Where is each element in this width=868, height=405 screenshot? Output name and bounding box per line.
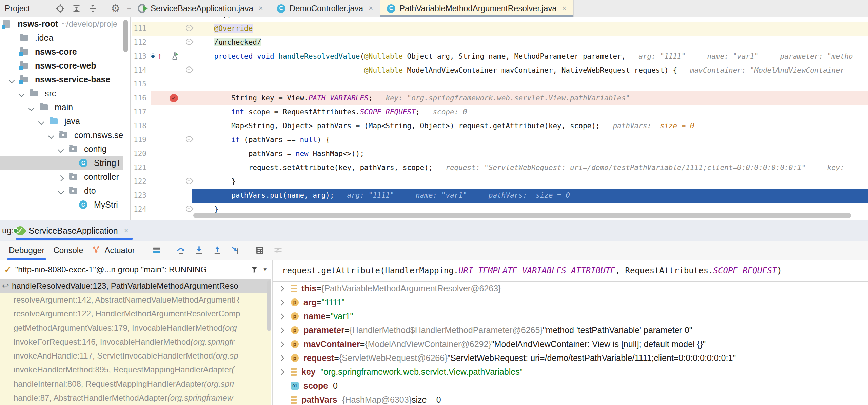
tree-chevron-icon[interactable] xyxy=(58,188,64,194)
variable-row-parameter[interactable]: pparameter = {HandlerMethod$HandlerMetho… xyxy=(273,323,868,337)
settings-icon[interactable]: ⚙ xyxy=(111,3,121,14)
tree-row-nsws-service-base[interactable]: nsws-service-base xyxy=(0,73,130,86)
frame-row[interactable]: getMethodArgumentValues:179, InvocableHa… xyxy=(0,321,271,335)
editor-line-112[interactable]: 112 /unchecked/ xyxy=(132,36,868,50)
expand-chevron-icon[interactable] xyxy=(279,355,284,361)
editor-line-118[interactable]: 118 Map<String, Object> pathVars = (Map<… xyxy=(132,119,868,133)
tab-actuator[interactable]: Actuator xyxy=(92,241,135,260)
editor-line-113[interactable]: 113↑ protected void handleResolvedValue(… xyxy=(132,50,868,63)
tree-row-dto[interactable]: dto xyxy=(0,184,130,198)
locate-icon[interactable] xyxy=(55,3,65,14)
editor-tab-servicebaseapplication-java[interactable]: ServiceBaseApplication.java× xyxy=(131,0,270,17)
project-tree-vertical-scrollbar[interactable] xyxy=(123,20,128,52)
editor-line-122[interactable]: 122 } xyxy=(132,175,868,189)
fold-marker-icon[interactable] xyxy=(184,135,194,144)
editor-line-116[interactable]: 116✓ String key = View.PATH_VARIABLES; k… xyxy=(132,91,868,105)
fold-marker-icon[interactable] xyxy=(184,65,194,74)
editor-line-121[interactable]: 121 request.setAttribute(key, pathVars, … xyxy=(132,161,868,175)
tree-row-main[interactable]: main xyxy=(0,100,130,114)
frame-row[interactable]: invokeAndHandle:117, ServletInvocableHan… xyxy=(0,349,271,363)
variable-row-pathVars[interactable]: pathVars = {HashMap@6303} size = 0 xyxy=(273,393,868,405)
tree-row-nsws-core-web[interactable]: nsws-core-web xyxy=(0,59,130,73)
variable-row-arg[interactable]: parg = "1111" xyxy=(273,295,868,309)
evaluate-expression-button[interactable] xyxy=(253,244,267,257)
tab-console[interactable]: Console xyxy=(53,241,83,260)
step-into-button[interactable] xyxy=(192,244,206,257)
thread-selector-row[interactable]: ✓ "http-nio-8080-exec-1"@...n group "mai… xyxy=(0,260,271,279)
filter-funnel-icon[interactable] xyxy=(250,265,259,274)
tree-row-mystri[interactable]: CMyStri xyxy=(0,198,130,212)
fold-marker-icon[interactable] xyxy=(184,204,194,213)
frames-vertical-scrollbar[interactable] xyxy=(267,280,271,331)
tree-row-src[interactable]: src xyxy=(0,86,130,100)
editor-line-120[interactable]: 120 pathVars = new HashMap<>(); xyxy=(132,147,868,161)
editor-tab-democontroller-java[interactable]: CDemoController.java× xyxy=(270,0,380,17)
frame-row[interactable]: handleInternal:808, RequestMappingHandle… xyxy=(0,377,271,391)
layout-settings-button[interactable] xyxy=(271,244,285,257)
step-out-button[interactable] xyxy=(211,244,224,257)
variable-row-name[interactable]: pname = "var1" xyxy=(273,309,868,323)
breakpoint-icon[interactable]: ✓ xyxy=(170,94,178,102)
step-over-button[interactable] xyxy=(174,244,188,257)
editor-line-partial[interactable]: ty; xyxy=(132,17,868,22)
evaluate-expression-row[interactable]: request.getAttribute(HandlerMapping.URI_… xyxy=(273,260,868,282)
collapse-all-icon[interactable] xyxy=(88,3,98,14)
code-editor[interactable]: ty;111 @Override112 /unchecked/113↑ prot… xyxy=(131,17,868,220)
tree-chevron-icon[interactable] xyxy=(58,147,64,153)
variable-row-request[interactable]: prequest = {ServletWebRequest@6266} "Ser… xyxy=(273,351,868,365)
tree-row-com-nsws-se[interactable]: com.nsws.se xyxy=(0,128,130,142)
variable-row-key[interactable]: key = "org.springframework.web.servlet.V… xyxy=(273,365,868,379)
tree-chevron-icon[interactable] xyxy=(48,133,54,139)
test-flask-icon[interactable] xyxy=(170,52,179,62)
editor-tab-pathvariablemethodargumentresolver-java[interactable]: CPathVariableMethodArgumentResolver.java… xyxy=(380,0,574,17)
expand-chevron-icon[interactable] xyxy=(279,341,284,347)
chevron-down-icon[interactable]: ▾ xyxy=(263,266,267,273)
tree-row-nsws-root[interactable]: nsws-root~/develop/proje xyxy=(0,17,130,31)
frame-row[interactable]: resolveArgument:142, AbstractNamedValueM… xyxy=(0,293,271,307)
expression-input[interactable]: request.getAttribute(HandlerMapping.URI_… xyxy=(282,266,782,275)
fold-marker-icon[interactable] xyxy=(184,37,194,46)
fold-marker-icon[interactable] xyxy=(184,176,194,186)
close-icon[interactable]: × xyxy=(124,226,129,235)
expand-chevron-icon[interactable] xyxy=(279,300,284,305)
frame-row[interactable]: handle:87, AbstractHandlerMethodAdapter … xyxy=(0,391,271,405)
variable-row-scope[interactable]: 01scope = 0 xyxy=(273,379,868,393)
tree-row-java[interactable]: java xyxy=(0,114,130,128)
overrides-method-icon[interactable] xyxy=(150,53,156,59)
close-icon[interactable]: × xyxy=(259,4,263,13)
tree-row-controller[interactable]: controller xyxy=(0,170,130,184)
close-icon[interactable]: × xyxy=(369,4,373,13)
tree-chevron-icon[interactable] xyxy=(8,77,15,83)
expand-all-icon[interactable] xyxy=(72,3,82,14)
run-to-cursor-button[interactable] xyxy=(229,244,242,257)
editor-line-123[interactable]: 123 pathVars.put(name, arg); arg: "1111"… xyxy=(132,189,868,203)
tree-chevron-icon[interactable] xyxy=(38,119,44,125)
expand-chevron-icon[interactable] xyxy=(279,313,284,319)
tab-debugger[interactable]: Debugger xyxy=(9,241,44,260)
editor-line-119[interactable]: 119 if (pathVars == null) { xyxy=(132,133,868,147)
tree-row-nsws-core[interactable]: nsws-core xyxy=(0,45,130,59)
editor-line-111[interactable]: 111 @Override xyxy=(132,22,868,36)
debug-panel-splitter[interactable] xyxy=(272,260,273,405)
close-icon[interactable]: × xyxy=(562,4,567,13)
frame-row[interactable]: ↩handleResolvedValue:123, PathVariableMe… xyxy=(0,279,271,293)
tree-row--idea[interactable]: .idea xyxy=(0,31,130,45)
expand-chevron-icon[interactable] xyxy=(279,327,284,333)
tree-chevron-icon[interactable] xyxy=(18,91,24,97)
threads-view-button[interactable] xyxy=(150,244,163,257)
editor-line-114[interactable]: 114 @Nullable ModelAndViewContainer mavC… xyxy=(132,63,868,77)
tree-row-config[interactable]: config xyxy=(0,142,130,156)
variable-row-this[interactable]: this = {PathVariableMethodArgumentResolv… xyxy=(273,282,868,295)
frame-row[interactable]: invokeHandlerMethod:895, RequestMappingH… xyxy=(0,363,271,377)
tree-chevron-icon[interactable] xyxy=(28,105,34,111)
expand-chevron-icon[interactable] xyxy=(279,369,284,375)
expand-chevron-icon[interactable] xyxy=(279,286,284,291)
frame-row[interactable]: invokeForRequest:146, InvocableHandlerMe… xyxy=(0,335,271,349)
editor-line-115[interactable]: 115 xyxy=(132,77,868,91)
editor-horizontal-scrollbar[interactable] xyxy=(193,213,851,218)
editor-line-117[interactable]: 117 int scope = RequestAttributes.SCOPE_… xyxy=(132,105,868,119)
tree-row-stringt[interactable]: CStringT xyxy=(0,156,123,170)
variable-row-mavContainer[interactable]: pmavContainer = {ModelAndViewContainer@6… xyxy=(273,337,868,351)
frame-row[interactable]: resolveArgument:122, HandlerMethodArgume… xyxy=(0,307,271,321)
tree-chevron-icon[interactable] xyxy=(58,175,64,181)
